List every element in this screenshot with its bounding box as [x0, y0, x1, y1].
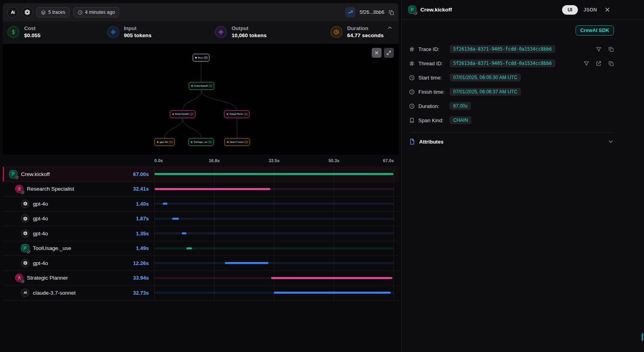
timeline-bar: [186, 247, 192, 249]
timeline-bar: [172, 218, 179, 220]
span-row[interactable]: Research Specialist32.41s: [3, 182, 399, 197]
details-avatar-slot: [408, 6, 416, 14]
span-graph: RunCrew.kickoffResearch SpecialistStrate…: [3, 44, 399, 155]
stat-label: Duration: [347, 25, 384, 31]
span-row[interactable]: gpt-4o1.87s: [3, 212, 399, 227]
axis-tick-label: 67.0s: [383, 158, 394, 163]
scrollbar-thumb[interactable]: [642, 333, 643, 341]
span-duration: 1.35s: [136, 231, 154, 237]
span-duration: 32.73s: [133, 290, 154, 296]
anthropic-glyph: A\: [11, 10, 15, 15]
detail-field-row: Start time:07/01/2025, 06:05:30 AM UTC: [409, 70, 614, 85]
tab-ui[interactable]: UI: [562, 5, 578, 15]
trace-main-panel: A\ 5 traces 4 minutes ago 5f26...8bb6: [0, 0, 402, 352]
timeline-track: [154, 218, 393, 220]
openai-icon: [23, 201, 28, 206]
timeline-track: [154, 233, 393, 235]
output-tokens-icon: [215, 26, 227, 38]
span-duration: 1.40s: [136, 201, 154, 207]
trace-short-id: 5f26...8bb6: [359, 9, 384, 15]
filter-button[interactable]: [583, 61, 589, 66]
span-row[interactable]: ToolUsage._use1.49s: [3, 241, 399, 256]
graph-node[interactable]: ToolUsage._use: [188, 138, 213, 146]
graph-node[interactable]: claude-3.7-sonnet: [225, 138, 250, 146]
span-name: gpt-4o: [33, 216, 48, 221]
span-row[interactable]: Crew.kickoff67.00s: [3, 167, 399, 182]
span-row[interactable]: A\claude-3.7-sonnet32.73s: [3, 286, 399, 301]
details-tabs: UI JSON: [562, 5, 611, 15]
span-timeline-cell: [154, 226, 394, 241]
svg-text:claude-3.7-sonnet: claude-3.7-sonnet: [230, 141, 243, 143]
stat-value: $0.055: [24, 32, 40, 38]
span-timeline-cell: [154, 286, 394, 300]
span-name: Strategic Planner: [27, 275, 68, 281]
details-title: Crew.kickoff: [420, 7, 452, 13]
openai-icon: [23, 261, 28, 265]
cost-icon: [8, 26, 19, 38]
graph-toolbar: [372, 48, 394, 58]
stat-output: Output 10,060 tokens: [215, 25, 331, 38]
field-list: Trace ID:5f2613da-8371-9405-fcdd-0a1534c…: [409, 42, 614, 127]
copy-trace-id-button[interactable]: [388, 9, 394, 15]
stat-input: Input 905 tokens: [107, 25, 215, 38]
span-row[interactable]: gpt-4o12.26s: [3, 256, 399, 271]
graph-node[interactable]: gpt-4o: [154, 138, 175, 146]
timeline-bar: [163, 203, 168, 205]
tab-json[interactable]: JSON: [583, 7, 597, 13]
field-label: Trace ID:: [418, 46, 446, 52]
expand-graph-button[interactable]: [384, 48, 394, 58]
field-label: Thread ID:: [418, 61, 446, 66]
span-row[interactable]: gpt-4o1.35s: [3, 226, 399, 241]
collapse-stats-button[interactable]: [387, 25, 393, 31]
timeline-track: [154, 262, 393, 264]
span-row[interactable]: gpt-4o1.40s: [3, 197, 399, 212]
detail-field-row: Finish time:07/01/2025, 06:06:37 AM UTC: [409, 85, 614, 99]
span-duration: 12.26s: [133, 260, 154, 266]
stat-duration: Duration 64.77 seconds: [331, 25, 384, 38]
instrumentation-badge-icon: [20, 190, 25, 194]
close-details-button[interactable]: [604, 6, 611, 13]
field-actions: [583, 61, 614, 66]
stat-value: 64.77 seconds: [347, 32, 384, 38]
field-label: Start time:: [418, 75, 446, 81]
timeline-bar: [274, 292, 391, 294]
arrows-out-icon: [218, 29, 224, 35]
clock-icon: [334, 29, 339, 35]
svg-text:Strategic Planner: Strategic Planner: [229, 113, 243, 115]
graph-node[interactable]: Run: [193, 54, 209, 61]
traces-count-badge[interactable]: 5 traces: [36, 7, 70, 17]
external-link-button[interactable]: [596, 61, 602, 66]
graph-edges: [165, 61, 237, 138]
instrumentation-badge-icon: [14, 175, 19, 180]
span-waterfall: Crew.kickoff67.00sResearch Specialist32.…: [3, 167, 399, 301]
copy-button[interactable]: [608, 61, 614, 66]
close-graph-button[interactable]: [372, 48, 382, 58]
span-row-label-area: Strategic Planner33.94s: [3, 271, 154, 286]
axis-tick-label: 33.5s: [269, 158, 280, 163]
hash-icon: [409, 46, 415, 52]
openai-logo-icon: [21, 259, 29, 267]
span-row[interactable]: Strategic Planner33.94s: [3, 271, 399, 286]
span-row-label-area: Crew.kickoff67.00s: [3, 167, 154, 182]
anthropic-logo-icon: A\: [21, 289, 29, 297]
span-name: Research Specialist: [27, 186, 74, 192]
span-duration: 32.41s: [133, 186, 154, 192]
arrows-in-icon: [110, 29, 116, 35]
filter-button[interactable]: [596, 46, 602, 52]
trace-header-bar: A\ 5 traces 4 minutes ago 5f26...8bb6: [3, 3, 399, 21]
field-value: 67.00s: [450, 102, 471, 110]
bookmark-icon: [409, 117, 415, 123]
stat-cost: Cost $0.055: [8, 25, 107, 38]
metrics-button[interactable]: [345, 7, 355, 17]
sdk-badge: CrewAI SDK: [576, 25, 614, 36]
graph-node[interactable]: Strategic Planner: [224, 110, 249, 118]
instrumentation-badge-icon: [20, 279, 25, 283]
agent-icon: [15, 185, 23, 193]
copy-button[interactable]: [608, 46, 614, 52]
graph-node[interactable]: Research Specialist: [170, 110, 195, 118]
crewai-icon: [408, 6, 416, 14]
attributes-toggle[interactable]: Attributes: [409, 132, 614, 151]
trending-up-icon: [348, 9, 353, 15]
anthropic-logo-icon: A\: [7, 7, 18, 18]
graph-node[interactable]: Crew.kickoff: [189, 82, 214, 90]
